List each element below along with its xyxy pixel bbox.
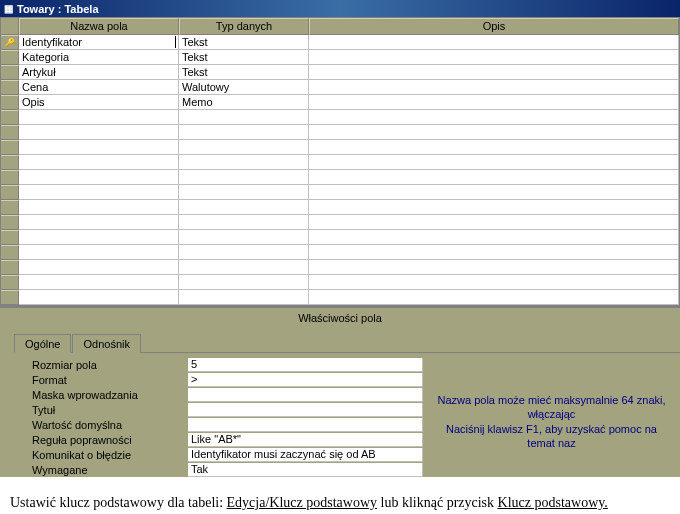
table-row[interactable]: CenaWalutowy [1,80,679,95]
col-header-type[interactable]: Typ danych [179,18,309,35]
field-type-cell[interactable] [179,290,309,305]
row-selector[interactable] [1,275,19,290]
field-type-cell[interactable] [179,260,309,275]
table-row[interactable] [1,170,679,185]
field-name-cell[interactable]: Identyfikator [19,35,179,50]
property-input[interactable] [188,448,423,462]
col-header-desc[interactable]: Opis [309,18,679,35]
field-type-cell[interactable]: Walutowy [179,80,309,95]
table-row[interactable] [1,140,679,155]
field-desc-cell[interactable] [309,200,679,215]
field-name-cell[interactable] [19,140,179,155]
table-row[interactable] [1,245,679,260]
field-type-cell[interactable] [179,245,309,260]
row-selector[interactable] [1,65,19,80]
property-input[interactable] [188,373,423,387]
field-desc-cell[interactable] [309,215,679,230]
field-desc-cell[interactable] [309,170,679,185]
field-desc-cell[interactable] [309,155,679,170]
field-name-cell[interactable] [19,110,179,125]
field-desc-cell[interactable] [309,245,679,260]
row-selector[interactable] [1,95,19,110]
field-type-cell[interactable] [179,125,309,140]
table-row[interactable] [1,260,679,275]
row-selector[interactable] [1,200,19,215]
table-row[interactable] [1,125,679,140]
row-selector[interactable] [1,245,19,260]
table-row[interactable] [1,110,679,125]
row-selector[interactable] [1,110,19,125]
field-name-cell[interactable]: Opis [19,95,179,110]
field-name-cell[interactable] [19,245,179,260]
field-type-cell[interactable] [179,140,309,155]
field-name-cell[interactable] [19,260,179,275]
table-row[interactable] [1,290,679,305]
table-row[interactable]: ArtykułTekst [1,65,679,80]
field-desc-cell[interactable] [309,260,679,275]
field-name-cell[interactable]: Artykuł [19,65,179,80]
table-row[interactable] [1,215,679,230]
table-row[interactable]: KategoriaTekst [1,50,679,65]
field-name-cell[interactable] [19,290,179,305]
field-desc-cell[interactable] [309,275,679,290]
field-type-cell[interactable]: Memo [179,95,309,110]
tab-lookup[interactable]: Odnośnik [72,334,140,353]
field-desc-cell[interactable] [309,35,679,50]
table-row[interactable] [1,275,679,290]
field-name-cell[interactable] [19,215,179,230]
field-type-cell[interactable] [179,170,309,185]
row-selector[interactable] [1,185,19,200]
field-desc-cell[interactable] [309,65,679,80]
table-row[interactable] [1,185,679,200]
field-name-cell[interactable] [19,230,179,245]
select-all-corner[interactable] [1,18,19,35]
table-row[interactable]: OpisMemo [1,95,679,110]
field-type-cell[interactable] [179,155,309,170]
field-type-cell[interactable] [179,230,309,245]
field-name-cell[interactable] [19,185,179,200]
row-selector[interactable] [1,260,19,275]
field-name-cell[interactable]: Cena [19,80,179,95]
property-input[interactable] [188,463,423,477]
row-selector[interactable] [1,215,19,230]
table-row[interactable] [1,155,679,170]
field-type-cell[interactable]: Tekst [179,65,309,80]
field-type-cell[interactable] [179,215,309,230]
field-name-cell[interactable] [19,125,179,140]
field-desc-cell[interactable] [309,125,679,140]
table-row[interactable]: 🔑IdentyfikatorTekst [1,35,679,50]
property-input[interactable] [188,388,423,402]
row-selector[interactable]: 🔑 [1,35,19,50]
field-desc-cell[interactable] [309,290,679,305]
field-name-cell[interactable] [19,155,179,170]
field-name-cell[interactable]: Kategoria [19,50,179,65]
row-selector[interactable] [1,170,19,185]
property-input[interactable] [188,403,423,417]
field-type-cell[interactable] [179,200,309,215]
row-selector[interactable] [1,140,19,155]
row-selector[interactable] [1,50,19,65]
tab-general[interactable]: Ogólne [14,334,71,353]
field-name-cell[interactable] [19,275,179,290]
field-desc-cell[interactable] [309,140,679,155]
field-desc-cell[interactable] [309,230,679,245]
property-input[interactable] [188,433,423,447]
row-selector[interactable] [1,125,19,140]
row-selector[interactable] [1,80,19,95]
property-input[interactable] [188,418,423,432]
field-desc-cell[interactable] [309,50,679,65]
field-type-cell[interactable]: Tekst [179,50,309,65]
field-desc-cell[interactable] [309,95,679,110]
property-input[interactable] [188,358,423,372]
field-type-cell[interactable] [179,110,309,125]
field-type-cell[interactable]: Tekst [179,35,309,50]
field-desc-cell[interactable] [309,80,679,95]
col-header-name[interactable]: Nazwa pola [19,18,179,35]
field-type-cell[interactable] [179,185,309,200]
table-row[interactable] [1,200,679,215]
table-row[interactable] [1,230,679,245]
row-selector[interactable] [1,290,19,305]
field-name-cell[interactable] [19,170,179,185]
row-selector[interactable] [1,155,19,170]
row-selector[interactable] [1,230,19,245]
